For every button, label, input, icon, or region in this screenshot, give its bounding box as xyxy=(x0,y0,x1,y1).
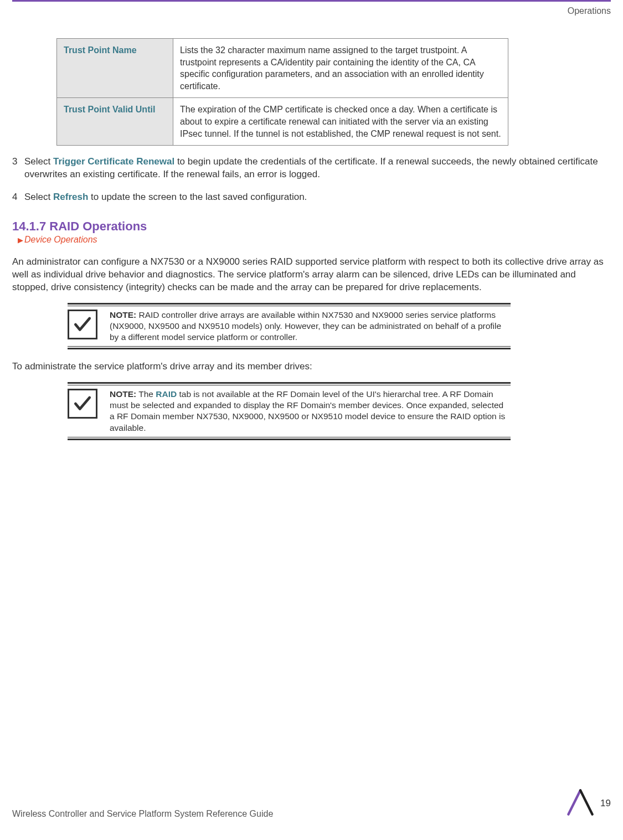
to-admin-paragraph: To administrate the service platform's d… xyxy=(12,360,611,373)
trust-point-table: Trust Point Name Lists the 32 character … xyxy=(56,38,611,146)
table-desc: The expiration of the CMP certificate is… xyxy=(173,98,508,146)
step-number: 4 xyxy=(12,191,24,204)
note-text: NOTE: RAID controller drive arrays are a… xyxy=(110,310,511,343)
page-header: Operations xyxy=(12,0,611,38)
note-block: NOTE: RAID controller drive arrays are a… xyxy=(68,303,511,349)
note-text: NOTE: The RAID tab is not available at t… xyxy=(110,389,511,434)
action-link: Trigger Certificate Renewal xyxy=(53,156,174,167)
table-label: Trust Point Name xyxy=(57,39,173,98)
page-footer: Wireless Controller and Service Platform… xyxy=(12,788,611,819)
table-desc: Lists the 32 character maximum name assi… xyxy=(173,39,508,98)
step-item: 4 Select Refresh to update the screen to… xyxy=(12,191,611,204)
action-link: Refresh xyxy=(53,192,88,202)
note-block: NOTE: The RAID tab is not available at t… xyxy=(68,382,511,440)
brand-logo-icon xyxy=(566,788,595,819)
arrow-icon: ▶ xyxy=(18,236,23,244)
checkmark-icon xyxy=(68,389,97,419)
chapter-title: Operations xyxy=(568,6,611,16)
step-text: Select Trigger Certificate Renewal to be… xyxy=(24,156,611,181)
breadcrumb: ▶Device Operations xyxy=(18,235,611,245)
table-label: Trust Point Valid Until xyxy=(57,98,173,146)
section-heading: 14.1.7 RAID Operations xyxy=(12,219,611,234)
step-number: 3 xyxy=(12,156,24,181)
table-row: Trust Point Name Lists the 32 character … xyxy=(57,39,508,98)
intro-paragraph: An administrator can configure a NX7530 … xyxy=(12,256,611,294)
footer-title: Wireless Controller and Service Platform… xyxy=(12,809,273,819)
page-number: 19 xyxy=(600,798,611,809)
step-item: 3 Select Trigger Certificate Renewal to … xyxy=(12,156,611,181)
step-text: Select Refresh to update the screen to t… xyxy=(24,191,611,204)
checkmark-icon xyxy=(68,310,97,339)
table-row: Trust Point Valid Until The expiration o… xyxy=(57,98,508,146)
